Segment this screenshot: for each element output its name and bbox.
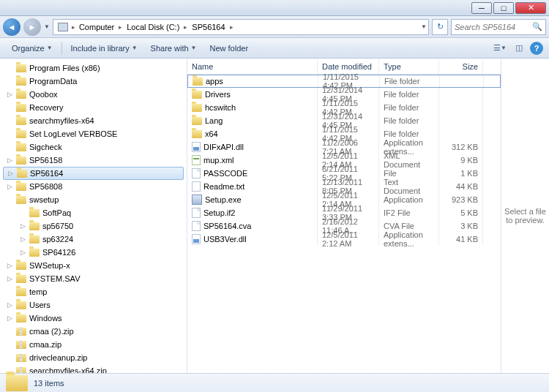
expander-icon[interactable]: ▷	[6, 157, 13, 164]
tree-item[interactable]: Set LogLevel VERBOSE	[0, 127, 187, 140]
file-type: File folder	[379, 101, 439, 114]
column-date[interactable]: Date modified	[318, 59, 379, 74]
tree-item-label: SP64126	[42, 248, 75, 257]
expander-icon[interactable]: ▷	[6, 301, 13, 309]
tree-item[interactable]: ▷Windows	[0, 312, 187, 325]
tree-item[interactable]: SoftPaq	[0, 206, 187, 219]
search-input[interactable]: Search SP56164 🔍	[451, 19, 546, 35]
view-options-button[interactable]: ☰ ▼	[492, 41, 508, 56]
file-icon	[192, 208, 201, 218]
folder-icon	[16, 301, 26, 309]
expander-icon[interactable]: ▷	[6, 262, 13, 269]
tree-item[interactable]: ▷Qoobox	[0, 88, 187, 101]
new-folder-button[interactable]: New folder	[203, 42, 254, 55]
file-row[interactable]: USB3Ver.dll12/5/2011 2:12 AMApplication …	[187, 233, 501, 246]
breadcrumb-folder[interactable]: SP56164	[189, 20, 228, 34]
tree-item-label: drivecleanup.zip	[29, 353, 88, 362]
tree-item-label: SoftPaq	[42, 208, 71, 217]
tree-item[interactable]: ▷SP56808	[0, 180, 187, 193]
tree-item[interactable]: ▷SWSetup-x	[0, 259, 187, 272]
file-size	[440, 75, 484, 87]
file-rows[interactable]: apps1/11/2015 4:42 PMFile folderDrivers1…	[187, 75, 501, 373]
tree-item[interactable]: ▷SYSTEM.SAV	[0, 272, 187, 285]
tree-item-label: searchmyfiles-x64.zip	[29, 366, 107, 373]
file-name: Setup.if2	[203, 208, 235, 217]
file-size	[439, 114, 483, 127]
tree-item[interactable]: Program Files (x86)	[0, 61, 187, 75]
help-button[interactable]: ?	[530, 42, 543, 55]
expander-icon[interactable]: ▷	[19, 249, 26, 256]
tree-item-label: Users	[29, 301, 51, 309]
tree-item-label: SP56808	[29, 182, 62, 191]
expander-icon[interactable]: ▷	[6, 91, 13, 98]
tree-item[interactable]: ▷sp63224	[0, 233, 187, 246]
back-button[interactable]: ◄	[3, 18, 20, 36]
expander-icon[interactable]: ▷	[6, 275, 13, 282]
tree-item[interactable]: ▷SP56164	[3, 167, 184, 180]
file-type: Application	[379, 193, 439, 206]
breadcrumb-computer[interactable]: ▸Computer	[55, 20, 117, 34]
file-name: Lang	[205, 116, 223, 125]
search-icon: 🔍	[532, 22, 542, 31]
tree-item[interactable]: ▷sp56750	[0, 219, 187, 233]
breadcrumb-drive[interactable]: Local Disk (C:)	[124, 20, 182, 34]
tree-item-label: temp	[29, 287, 47, 296]
expander-icon[interactable]: ▷	[6, 314, 13, 322]
include-in-library-button[interactable]: Include in library ▼	[65, 42, 143, 55]
tree-item-label: Sigcheck	[29, 143, 62, 151]
share-with-button[interactable]: Share with ▼	[145, 42, 203, 55]
file-date: 12/5/2011 2:12 AM	[318, 233, 379, 246]
folder-icon	[29, 209, 40, 217]
file-size: 312 KB	[439, 140, 483, 154]
organize-button[interactable]: Organize ▼	[6, 42, 59, 55]
folder-icon	[16, 78, 26, 86]
expander-icon[interactable]: ▷	[7, 170, 14, 177]
expander-icon[interactable]: ▷	[6, 183, 13, 190]
folder-icon	[192, 130, 202, 138]
preview-pane-button[interactable]: ◫	[511, 41, 527, 56]
tree-item-label: swsetup	[29, 195, 59, 204]
maximize-button[interactable]: □	[493, 2, 514, 14]
address-bar[interactable]: ▸Computer ▸ Local Disk (C:) ▸ SP56164 ▸ …	[53, 19, 429, 35]
tree-item[interactable]: drivecleanup.zip	[0, 351, 187, 364]
folder-icon	[16, 130, 26, 138]
column-name[interactable]: Name	[187, 59, 318, 74]
tree-item[interactable]: ▷Users	[0, 298, 187, 312]
file-icon	[192, 221, 201, 231]
file-size: 44 KB	[439, 180, 483, 193]
minimize-button[interactable]: ─	[471, 2, 492, 14]
folder-icon	[6, 375, 28, 391]
tree-item[interactable]: ProgramData	[0, 75, 187, 88]
tree-item[interactable]: searchmyfiles-x64	[0, 114, 187, 127]
expander-icon[interactable]: ▷	[19, 235, 26, 243]
tree-item[interactable]: Recovery	[0, 101, 187, 114]
expander-icon[interactable]: ▷	[19, 222, 26, 230]
tree-item[interactable]: cmaa (2).zip	[0, 325, 187, 338]
folder-icon	[192, 104, 202, 112]
search-placeholder: Search SP56164	[455, 23, 515, 31]
file-icon	[192, 168, 201, 178]
tree-item[interactable]: swsetup	[0, 193, 187, 206]
refresh-button[interactable]: ↻	[432, 19, 448, 35]
column-size[interactable]: Size	[439, 59, 483, 74]
folder-icon	[193, 78, 203, 86]
close-button[interactable]: ✕	[515, 2, 546, 14]
file-name: Setup.exe	[205, 195, 242, 204]
zip-icon	[16, 367, 26, 374]
tree-item[interactable]: temp	[0, 285, 187, 298]
main-area: Program Files (x86)ProgramData▷QooboxRec…	[0, 59, 549, 373]
tree-item[interactable]: cmaa.zip	[0, 338, 187, 351]
forward-button[interactable]: ►	[23, 18, 41, 36]
tree-item[interactable]: Sigcheck	[0, 140, 187, 154]
tree-item[interactable]: ▷SP64126	[0, 246, 187, 259]
dll-icon	[192, 234, 201, 244]
file-name: apps	[206, 77, 223, 86]
address-dropdown-icon[interactable]: ▼	[421, 23, 427, 30]
history-dropdown-icon[interactable]: ▼	[44, 23, 50, 30]
tree-item[interactable]: searchmyfiles-x64.zip	[0, 364, 187, 373]
navigation-tree[interactable]: Program Files (x86)ProgramData▷QooboxRec…	[0, 59, 187, 373]
tree-item[interactable]: ▷SP56158	[0, 154, 187, 167]
file-name: DIFxAPI.dll	[203, 143, 244, 151]
column-type[interactable]: Type	[379, 59, 439, 74]
folder-icon	[16, 117, 26, 125]
